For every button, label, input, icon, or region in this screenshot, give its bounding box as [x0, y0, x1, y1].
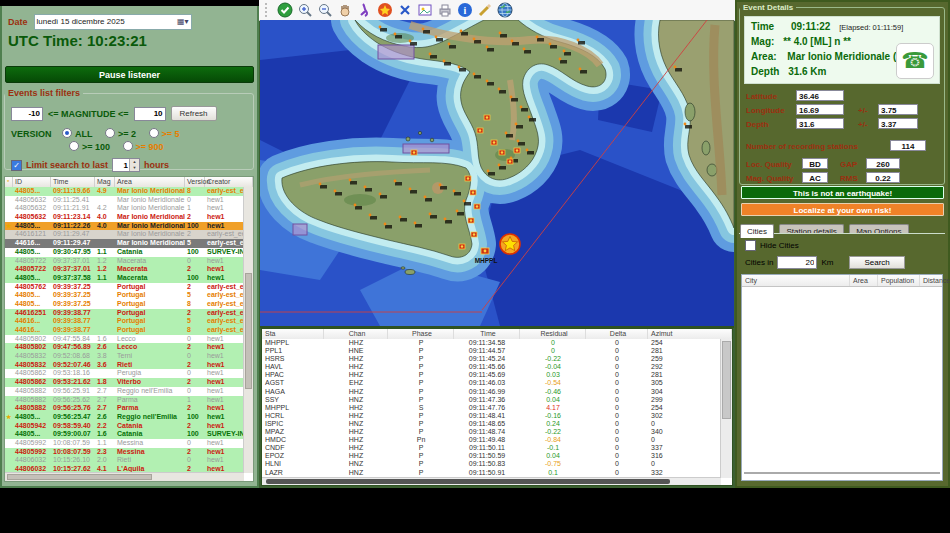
station-row[interactable]: HLNI HNZ P 09:11:50.83 -0.75 0 0 — [262, 460, 721, 468]
event-row[interactable]: 44805882 09:56:25.76 2.7 Parma 2 hew1 — [5, 404, 244, 413]
station-row[interactable]: HMDC HHZ Pn 09:11:49.48 -0.84 0 0 — [262, 436, 721, 444]
version-radio-900[interactable]: >= 900 — [123, 142, 164, 152]
mag-quality[interactable]: AC — [802, 172, 828, 183]
not-earthquake-button[interactable]: This is not an earthquake! — [741, 186, 944, 199]
version-radio-100[interactable]: >= 100 — [69, 142, 110, 152]
event-row[interactable]: 44616... 09:39:38.77 Portugal 5 early-es… — [5, 317, 244, 326]
confirm-icon[interactable] — [276, 2, 293, 19]
station-row[interactable]: HSRS HHZ P 09:11:45.24 -0.22 0 259 — [262, 355, 721, 363]
station-row[interactable]: HPAC HHZ P 09:11:45.69 0.03 0 281 — [262, 371, 721, 379]
stations-count[interactable]: 114 — [890, 140, 926, 151]
radio-icon[interactable] — [149, 128, 159, 138]
hours-spinner[interactable]: ▲▼ — [112, 158, 140, 172]
longitude-error[interactable]: 3.75 — [878, 104, 918, 115]
station-row[interactable]: CNDF HHZ P 09:11:50.11 -0.1 0 337 — [262, 444, 721, 452]
globe-icon[interactable] — [496, 2, 513, 19]
toolbar-grip[interactable] — [265, 3, 270, 17]
station-row[interactable]: SSY HNZ P 09:11:47.36 0.04 0 299 — [262, 396, 721, 404]
events-vertical-scrollbar[interactable] — [243, 187, 253, 473]
epicenter-star-icon[interactable] — [376, 2, 393, 19]
event-row[interactable]: 44805... 09:59:00.07 1.6 Catania 100 SUR… — [5, 430, 244, 439]
station-row[interactable]: HCRL HHZ P 09:11:48.41 -0.16 0 302 — [262, 412, 721, 420]
spinner-arrows-icon[interactable]: ▲▼ — [129, 159, 139, 171]
station-row[interactable]: LAZR HNZ P 09:11:50.91 0.1 0 332 — [262, 469, 721, 477]
zoom-in-icon[interactable] — [296, 2, 313, 19]
version-radio-5[interactable]: >= 5 — [149, 129, 180, 139]
print-icon[interactable] — [436, 2, 453, 19]
hide-cities-checkbox[interactable] — [745, 240, 756, 251]
stations-horizontal-scrollbar[interactable] — [262, 477, 721, 485]
version-radio-2[interactable]: >= 2 — [105, 129, 136, 139]
station-row[interactable]: ISPIC HNZ P 09:11:48.65 0.24 0 0 — [262, 420, 721, 428]
version-radio-all[interactable]: ALL — [62, 129, 93, 139]
scrollbar-thumb[interactable] — [245, 273, 252, 389]
event-row[interactable]: 44805... 09:11:19.66 4.9 Mar Ionio Merid… — [5, 187, 244, 196]
station-row[interactable]: PPL1 HNE P 09:11:44.57 0 0 281 — [262, 347, 721, 355]
event-row[interactable]: 44805... 09:39:37.25 Portugal 5 early-es… — [5, 291, 244, 300]
scrollbar-thumb[interactable] — [7, 474, 152, 480]
event-row[interactable]: 44805802 09:47:55.84 1.6 Lecco 0 hew1 — [5, 335, 244, 344]
station-row[interactable]: AGST EHZ P 09:11:46.03 -0.54 0 305 — [262, 379, 721, 387]
latitude-value[interactable]: 36.46 — [796, 90, 844, 101]
longitude-value[interactable]: 16.69 — [796, 104, 844, 115]
event-row[interactable]: 44805882 09:56:25.62 2.7 Parma 1 hew1 — [5, 396, 244, 405]
event-row[interactable]: 44805992 10:08:07.59 1.1 Messina 0 hew1 — [5, 439, 244, 448]
loc-quality[interactable]: BD — [802, 158, 828, 169]
radio-icon[interactable] — [123, 141, 133, 151]
event-row[interactable]: 44616121 09:11:29.47 Mar Ionio Meridiona… — [5, 230, 244, 239]
event-row[interactable]: 44805722 09:37:37.01 1.2 Macerata 0 hew1 — [5, 257, 244, 266]
radius-input[interactable] — [777, 256, 817, 269]
station-row[interactable]: EPOZ HHZ P 09:11:50.59 0.04 0 316 — [262, 452, 721, 460]
station-row[interactable]: MHPPL HH2 S 09:11:47.76 4.17 0 254 — [262, 404, 721, 412]
measure-pencil-icon[interactable] — [476, 2, 493, 19]
pause-listener-button[interactable]: Pause listener — [5, 66, 254, 83]
radio-icon[interactable] — [69, 141, 79, 151]
rms-value[interactable]: 0.22 — [866, 172, 900, 183]
event-row[interactable]: 44805882 09:56:25.91 2.7 Reggio nell'Emi… — [5, 387, 244, 396]
event-row[interactable]: 44805... 09:30:47.95 1.1 Catania 100 SUR… — [5, 248, 244, 257]
scrollbar-thumb[interactable] — [722, 341, 731, 419]
station-row[interactable]: MHPPL HHZ P 09:11:34.58 0 0 254 — [262, 339, 721, 347]
pan-hand-icon[interactable] — [336, 2, 353, 19]
station-row[interactable]: MPAZ HHZ P 09:11:48.74 -0.22 0 340 — [262, 428, 721, 436]
event-row[interactable]: 44805862 09:53:18.16 Perugia 0 hew1 — [5, 369, 244, 378]
radio-icon[interactable] — [105, 128, 115, 138]
event-row[interactable]: 44805632 09:11:25.41 Mar Ionio Meridiona… — [5, 196, 244, 205]
scrollbar-thumb[interactable] — [266, 479, 670, 484]
event-row[interactable]: 44805722 09:37:37.01 1.2 Macerata 2 hew1 — [5, 265, 244, 274]
epicenter-marker[interactable] — [500, 234, 520, 254]
event-row[interactable]: 44616251 09:39:38.77 Portugal 2 early-es… — [5, 309, 244, 318]
event-row[interactable]: 44805... 09:39:37.25 Portugal 8 early-es… — [5, 300, 244, 309]
delete-x-icon[interactable] — [396, 2, 413, 19]
refresh-button[interactable]: Refresh — [171, 106, 217, 121]
map[interactable]: MHPPL — [260, 20, 734, 328]
event-row[interactable]: 44805802 09:47:56.89 2.6 Lecco 2 hew1 — [5, 343, 244, 352]
cities-horizontal-scrollbar[interactable] — [744, 472, 940, 474]
date-picker[interactable]: lunedì 15 dicembre 2025 ▦▾ — [34, 14, 192, 30]
call-button[interactable]: ☎ — [896, 43, 934, 79]
event-row[interactable]: ★ 44805... 09:11:22.26 4.0 Mar Ionio Mer… — [5, 222, 244, 231]
station-row[interactable]: HAGA HHZ P 09:11:46.99 -0.46 0 304 — [262, 388, 721, 396]
station-row[interactable]: HAVL HHZ P 09:11:45.66 -0.04 0 292 — [262, 363, 721, 371]
event-row[interactable]: 44805... 09:37:37.58 1.1 Macerata 100 he… — [5, 274, 244, 283]
search-button[interactable]: Search — [849, 256, 904, 269]
event-row[interactable]: 44805832 09:52:08.68 3.8 Terni 0 hew1 — [5, 352, 244, 361]
event-row[interactable]: 44805762 09:39:37.25 Portugal 2 early-es… — [5, 283, 244, 292]
event-row[interactable]: 44806032 10:15:26.10 2.0 Rieti 0 hew1 — [5, 456, 244, 465]
event-row[interactable]: 44805832 09:52:07.46 3.6 Rieti 2 hew1 — [5, 361, 244, 370]
event-row[interactable]: 44805632 09:11:23.14 4.0 Mar Ionio Merid… — [5, 213, 244, 222]
events-horizontal-scrollbar[interactable] — [5, 472, 244, 481]
gap-value[interactable]: 260 — [866, 158, 900, 169]
radio-icon[interactable] — [62, 128, 72, 138]
info-icon[interactable]: i — [456, 2, 473, 19]
snapshot-icon[interactable] — [416, 2, 433, 19]
event-row[interactable]: 44805862 09:53:21.62 1.8 Viterbo 2 hew1 — [5, 378, 244, 387]
zoom-out-icon[interactable] — [316, 2, 333, 19]
tab-cities[interactable]: Cities — [740, 224, 774, 238]
italy-region-icon[interactable] — [356, 2, 373, 19]
limit-search-checkbox[interactable]: ✓ — [11, 160, 22, 171]
event-row[interactable]: ★ 44805... 09:56:25.47 2.6 Reggio nell'E… — [5, 413, 244, 422]
event-row[interactable]: 44616... 09:39:38.77 Portugal 8 early-es… — [5, 326, 244, 335]
magnitude-max-input[interactable] — [134, 107, 166, 121]
depth-field-value[interactable]: 31.6 — [796, 118, 844, 129]
